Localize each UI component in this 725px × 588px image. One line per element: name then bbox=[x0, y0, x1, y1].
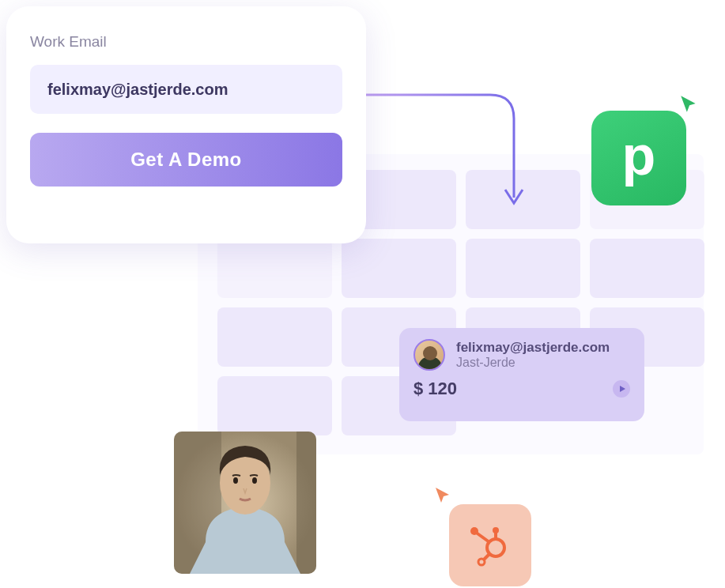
board-cell bbox=[217, 307, 332, 367]
user-photo bbox=[174, 432, 316, 574]
pipedrive-icon: p bbox=[622, 128, 656, 183]
svg-point-8 bbox=[493, 527, 499, 533]
hubspot-integration-tile[interactable] bbox=[449, 504, 531, 586]
play-icon[interactable] bbox=[613, 380, 630, 398]
board-cell bbox=[466, 239, 580, 298]
svg-point-4 bbox=[233, 477, 238, 484]
work-email-input[interactable] bbox=[30, 65, 342, 114]
pipedrive-integration-tile[interactable]: p bbox=[591, 111, 686, 205]
contact-company: Jast-Jerde bbox=[456, 356, 610, 370]
demo-form-card: Work Email Get A Demo bbox=[6, 6, 366, 243]
board-cell bbox=[590, 239, 704, 298]
cursor-icon bbox=[678, 93, 699, 114]
svg-point-12 bbox=[478, 559, 485, 565]
svg-point-10 bbox=[470, 527, 478, 535]
board-cell bbox=[466, 170, 580, 229]
cursor-icon bbox=[433, 485, 452, 504]
svg-rect-2 bbox=[296, 432, 316, 574]
contact-card[interactable]: felixmay@jastjerde.com Jast-Jerde $ 120 bbox=[399, 328, 644, 421]
board-cell bbox=[217, 239, 332, 298]
get-demo-button[interactable]: Get A Demo bbox=[30, 133, 342, 187]
contact-avatar bbox=[413, 339, 445, 371]
email-label: Work Email bbox=[30, 33, 342, 51]
board-cell bbox=[217, 376, 332, 435]
hubspot-icon bbox=[467, 522, 513, 568]
contact-amount: $ 120 bbox=[413, 379, 457, 399]
svg-point-5 bbox=[252, 477, 257, 484]
contact-email: felixmay@jastjerde.com bbox=[456, 340, 610, 356]
board-cell bbox=[342, 239, 456, 298]
